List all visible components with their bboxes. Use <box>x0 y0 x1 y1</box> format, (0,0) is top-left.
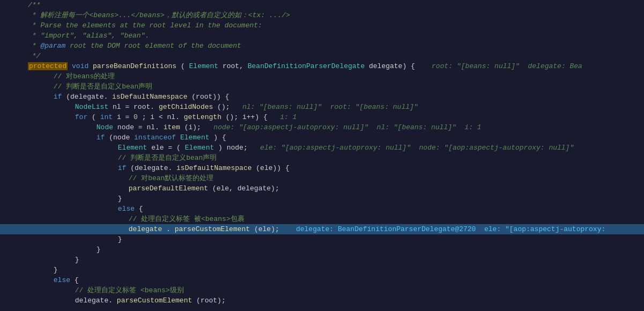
method-name: isDefaultNamespace <box>112 93 187 101</box>
code-line: Node node = nl. item (i); node: "[aop:as… <box>0 122 644 132</box>
code-line: * "import", "alias", "bean". <box>0 31 644 41</box>
method-name: getLength <box>184 113 221 121</box>
keyword: protected <box>28 62 68 70</box>
debug-text: i: 1 <box>272 113 297 121</box>
code-text: ele = ( <box>151 144 181 152</box>
method-name: parseDefaultElement <box>129 184 208 192</box>
code-line: else { <box>0 275 644 285</box>
code-text: (delegate. <box>66 93 108 101</box>
code-line: // 对bean默认标签的处理 <box>0 173 644 183</box>
number: 0 <box>134 113 138 121</box>
keyword: if <box>118 164 127 172</box>
code-text: (); i++) { <box>226 113 268 121</box>
comment-text: * Parse the elements at the root level i… <box>28 21 262 29</box>
code-text: (root); <box>196 297 226 305</box>
code-line: } <box>0 234 644 245</box>
method-name: isDefaultNamespace <box>176 164 251 172</box>
debug-text: node: "[aop:aspectj-autoproxy: null]" nl… <box>205 123 482 131</box>
code-text: ( <box>92 113 96 121</box>
code-text: root, <box>223 62 248 70</box>
type: Element <box>180 134 210 142</box>
type: Element <box>189 62 219 70</box>
debug-text: delegate: BeanDefinitionParserDelegate@2… <box>284 225 606 233</box>
comment-text: * "import", "alias", "bean". <box>28 32 149 40</box>
method-name: parseCustomElement <box>117 297 192 305</box>
code-line: // 处理自定义标签 被<beans>包裹 <box>0 214 644 224</box>
code-line: // 处理自定义标签 <beans>级别 <box>0 285 644 295</box>
comment-text: */ <box>28 52 40 60</box>
method-name: parseBeanDefinitions <box>93 62 176 70</box>
code-text: ) { <box>213 134 226 142</box>
keyword: else <box>118 205 135 213</box>
code-text: { <box>75 276 79 284</box>
code-line: */ <box>0 51 644 61</box>
code-text: (ele); <box>254 225 279 233</box>
code-line: // 判断是否是自定义bean声明 <box>0 153 644 163</box>
type: NodeList <box>75 103 108 111</box>
code-line: /** <box>0 0 644 10</box>
debug-text: root: "[beans: null]" delegate: Bea <box>419 62 582 70</box>
comment-text: * @param root the DOM root element of th… <box>28 42 241 50</box>
code-text: nl = root. <box>113 103 154 111</box>
debug-text: nl: "[beans: null]" root: "[beans: null]… <box>234 103 418 111</box>
code-line: // 判断是否是自定义bean声明 <box>0 82 644 92</box>
code-line: NodeList nl = root. getChildNodes (); nl… <box>0 102 644 112</box>
code-line: delegate. parseCustomElement (root); <box>0 295 644 306</box>
debug-text: ele: "[aop:aspectj-autoproxy: null]" nod… <box>252 144 574 152</box>
code-line: } <box>0 255 644 265</box>
code-text: } <box>75 256 79 264</box>
code-text: (delegate. <box>130 164 172 172</box>
type: BeanDefinitionParserDelegate <box>248 62 365 70</box>
code-text: (); <box>217 103 230 111</box>
comment-chinese: // 处理自定义标签 被<beans>包裹 <box>129 215 245 223</box>
code-text: i = <box>117 113 134 121</box>
code-text: delegate) { <box>369 62 415 70</box>
code-line: * @param root the DOM root element of th… <box>0 41 644 51</box>
type: Element <box>118 144 147 152</box>
code-text: } <box>118 235 122 243</box>
code-line: * Parse the elements at the root level i… <box>0 20 644 31</box>
code-text: } <box>97 246 101 254</box>
code-line: } <box>0 265 644 275</box>
keyword: void <box>72 62 88 70</box>
code-line: else { <box>0 204 644 214</box>
keyword: if <box>54 93 62 101</box>
code-text: delegate <box>129 225 162 233</box>
comment-text: * 解析注册每一个<beans>...</beans>，默认的或者自定义的如：<… <box>28 11 290 19</box>
keyword: int <box>100 113 113 121</box>
code-text: (i); <box>184 123 201 131</box>
comment-chinese: // 判断是否是自定义bean声明 <box>118 154 217 162</box>
keyword: else <box>54 276 70 284</box>
code-text: } <box>118 195 122 203</box>
keyword: if <box>97 134 105 142</box>
code-text: { <box>139 205 143 213</box>
method-name: item <box>164 123 180 131</box>
code-text: } <box>54 266 58 274</box>
method-name: parseCustomElement <box>175 225 250 233</box>
code-line: // 对beans的处理 <box>0 71 644 82</box>
comment-text: /** <box>28 1 40 9</box>
code-line: protected void parseBeanDefinitions ( El… <box>0 61 644 71</box>
code-text: delegate. <box>75 297 113 305</box>
code-line: parseDefaultElement (ele, delegate); <box>0 183 644 194</box>
code-text: (ele, delegate); <box>212 184 279 192</box>
code-line: } <box>0 245 644 255</box>
comment-chinese: // 判断是否是自定义bean声明 <box>54 83 153 91</box>
code-editor: /** * 解析注册每一个<beans>...</beans>，默认的或者自定义… <box>0 0 644 311</box>
code-line: if (delegate. isDefaultNamespace (ele)) … <box>0 163 644 173</box>
code-line: Element ele = ( Element ) node; ele: "[a… <box>0 143 644 153</box>
type: Element <box>185 144 214 152</box>
method-name: getChildNodes <box>159 103 213 111</box>
code-text: ) node; <box>218 144 248 152</box>
code-text: (root)) { <box>191 93 229 101</box>
code-line: for ( int i = 0 ; i < nl. getLength (); … <box>0 112 644 122</box>
code-line: } <box>0 194 644 204</box>
comment-chinese: // 处理自定义标签 <beans>级别 <box>75 286 184 294</box>
code-text: ( <box>181 62 185 70</box>
comment-chinese: // 对beans的处理 <box>54 72 115 80</box>
code-text: (node <box>109 134 134 142</box>
code-text: (ele)) { <box>256 164 289 172</box>
type: Node <box>97 123 113 131</box>
code-text: . <box>166 225 171 233</box>
code-line: if (delegate. isDefaultNamespace (root))… <box>0 92 644 102</box>
